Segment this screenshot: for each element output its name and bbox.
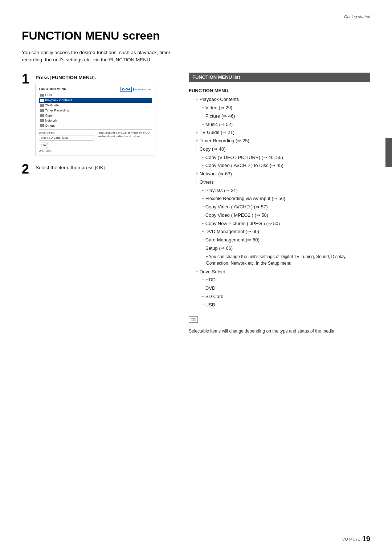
step-1-number: 1 bbox=[22, 73, 32, 86]
tree-item-copy-jpeg: ├ Copy New Pictures ( JPEG ) (⇒ 50) bbox=[189, 220, 370, 228]
others-icon bbox=[40, 124, 44, 127]
tree-connector: ├ bbox=[200, 154, 205, 161]
tree-item-copy: ├ Copy (⇒ 40) bbox=[189, 145, 370, 154]
device-drive-desc-col: Titles, pictures (JPEG), or music on HDD… bbox=[97, 131, 152, 140]
tree-text-copy-jpeg: Copy New Pictures ( JPEG ) (⇒ 50) bbox=[205, 220, 370, 228]
section-label: Getting started bbox=[344, 15, 370, 19]
tree-connector: ├ bbox=[195, 95, 199, 103]
tree-connector: ├ bbox=[195, 170, 199, 178]
tree-connector: ├ bbox=[200, 195, 205, 202]
tree-item-usb: └ USB bbox=[189, 301, 370, 309]
device-drive-label: Drive Select bbox=[39, 131, 94, 134]
tree-text-flexible-rec: Flexible Recording via AV input (⇒ 56) bbox=[205, 195, 370, 203]
footer: VQT4C71 19 bbox=[342, 535, 370, 543]
right-column: FUNCTION MENU list FUNCTION MENU ├ Playb… bbox=[189, 73, 370, 335]
device-menu-item-playback: Playback Contents bbox=[39, 98, 152, 103]
tree-text-playlists: Playlists (⇒ 31) bbox=[205, 187, 370, 195]
device-ok-circle: OK bbox=[41, 142, 48, 149]
tree-item-music: └ Music (⇒ 52) bbox=[189, 121, 370, 129]
tree-connector: └ bbox=[200, 244, 205, 252]
tree-text-copy-mpeg2: Copy Video ( MPEG2 ) (⇒ 58) bbox=[205, 211, 370, 220]
device-desc: Titles, pictures (JPEG), or music on HDD… bbox=[97, 131, 152, 139]
device-menu-list: HDD Playback Contents TV Guide bbox=[39, 93, 152, 128]
device-logo: DiGA bbox=[121, 87, 132, 92]
device-menu-timer-label: Timer Recording bbox=[45, 109, 69, 112]
tree-text-copy-vidpic: Copy (VIDEO / PICTURE) (⇒ 40, 50) bbox=[205, 154, 370, 162]
tree-connector: ├ bbox=[195, 129, 199, 136]
intro-text: You can easily access the desired functi… bbox=[22, 49, 178, 64]
two-col-layout: 1 Press [FUNCTION MENU]. FUNCTION MENU D… bbox=[22, 73, 370, 335]
tree-connector: ├ bbox=[200, 228, 205, 235]
tree-item-dvd: ├ DVD bbox=[189, 284, 370, 293]
tree-text-tvguide: TV Guide (⇒ 21) bbox=[200, 129, 370, 137]
tree-item-playback: ├ Playback Contents bbox=[189, 95, 370, 104]
tree-connector: ├ bbox=[200, 187, 205, 194]
device-header: FUNCTION MENU DiGA High Definition bbox=[39, 87, 152, 91]
device-bottom: OK One Turns bbox=[39, 142, 152, 152]
menu-tree: FUNCTION MENU ├ Playback Contents ├ Vide… bbox=[189, 87, 370, 309]
note-text: Selectable items will change depending o… bbox=[189, 328, 370, 334]
tree-item-timer: ├ Timer Recording (⇒ 25) bbox=[189, 137, 370, 145]
tree-text-video: Video (⇒ 29) bbox=[205, 104, 370, 112]
tree-connector: ├ bbox=[200, 112, 205, 120]
tree-connector: ├ bbox=[195, 178, 199, 186]
tree-item-dvd-mgmt: ├ DVD Management (⇒ 60) bbox=[189, 228, 370, 236]
device-menu-playback-label: Playback Contents bbox=[45, 98, 72, 102]
tree-connector: ├ bbox=[200, 220, 205, 227]
tree-item-drive-select: └ Drive Select bbox=[189, 268, 370, 276]
tree-text-network: Network (⇒ 63) bbox=[200, 170, 370, 178]
device-menu-tvguide-label: TV Guide bbox=[45, 103, 59, 107]
page-container: Getting started FUNCTION MENU screen You… bbox=[0, 0, 392, 554]
tree-text-others: Others bbox=[200, 178, 370, 187]
device-menu-item-timer: Timer Recording bbox=[39, 108, 152, 113]
tree-connector: └ bbox=[200, 301, 205, 309]
device-logo-area: DiGA High Definition bbox=[121, 87, 152, 91]
tree-connector: ├ bbox=[195, 145, 199, 153]
tvguide-icon bbox=[40, 104, 44, 107]
tree-connector: └ bbox=[200, 121, 205, 128]
tree-text-dvd-mgmt: DVD Management (⇒ 60) bbox=[205, 228, 370, 236]
step-1-content: Press [FUNCTION MENU]. FUNCTION MENU DiG… bbox=[36, 73, 155, 155]
device-menu-item-others: Others bbox=[39, 123, 152, 128]
tree-item-tvguide: ├ TV Guide (⇒ 21) bbox=[189, 129, 370, 137]
tree-item-sdcard: ├ SD Card bbox=[189, 293, 370, 301]
device-header-label: FUNCTION MENU bbox=[39, 87, 66, 91]
device-ok-label: OK bbox=[43, 144, 47, 147]
device-ok-btn: OK One Turns bbox=[39, 142, 51, 152]
device-menu-item-hdd: HDD bbox=[39, 93, 152, 98]
note-icon: □□ bbox=[189, 316, 198, 323]
device-menu-item-network: Network bbox=[39, 118, 152, 123]
tree-text-usb: USB bbox=[205, 301, 370, 309]
device-drive-col: Drive Select Disc / SD Card / USB bbox=[39, 131, 94, 140]
tree-connector: ├ bbox=[200, 284, 205, 292]
tree-text-dvd: DVD bbox=[205, 284, 370, 293]
tree-text-music: Music (⇒ 52) bbox=[205, 121, 370, 129]
tree-text-copy-avchd-disc: Copy Video ( AVCHD ) to Disc (⇒ 45) bbox=[205, 162, 370, 170]
tree-item-setup: └ Setup (⇒ 66) bbox=[189, 244, 370, 253]
device-screen: FUNCTION MENU DiGA High Definition HDD bbox=[36, 84, 155, 155]
device-hd-badge: High Definition bbox=[133, 88, 152, 91]
tree-item-others: ├ Others bbox=[189, 178, 370, 187]
tree-item-picture: ├ Picture (⇒ 46) bbox=[189, 112, 370, 121]
tree-connector: ├ bbox=[200, 211, 205, 219]
left-column: 1 Press [FUNCTION MENU]. FUNCTION MENU D… bbox=[22, 73, 174, 183]
playback-icon bbox=[40, 99, 44, 102]
device-menu-network-label: Network bbox=[45, 119, 57, 122]
tree-text-playback: Playback Contents bbox=[200, 95, 370, 104]
network-icon bbox=[40, 119, 44, 122]
step-1: 1 Press [FUNCTION MENU]. FUNCTION MENU D… bbox=[22, 73, 174, 155]
tree-text-copy: Copy (⇒ 40) bbox=[200, 145, 370, 154]
tree-text-copy-avchd: Copy Video ( AVCHD ) (⇒ 57) bbox=[205, 203, 370, 211]
tree-connector: ├ bbox=[195, 137, 199, 144]
device-one-turns-label: One Turns bbox=[39, 150, 51, 152]
tree-item-card-mgmt: ├ Card Management (⇒ 60) bbox=[189, 236, 370, 244]
device-menu-item-copy: Copy bbox=[39, 113, 152, 118]
bullet-note-text: You can change the unit's settings of Di… bbox=[206, 254, 346, 266]
tree-text-drive-select: Drive Select bbox=[200, 268, 370, 276]
tree-connector: └ bbox=[200, 162, 205, 169]
device-menu-item-tvguide: TV Guide bbox=[39, 103, 152, 108]
tree-item-copy-mpeg2: ├ Copy Video ( MPEG2 ) (⇒ 58) bbox=[189, 211, 370, 220]
tree-item-playlists: ├ Playlists (⇒ 31) bbox=[189, 187, 370, 195]
sidebar-accent bbox=[385, 138, 392, 167]
device-menu-hdd-label: HDD bbox=[45, 93, 52, 97]
